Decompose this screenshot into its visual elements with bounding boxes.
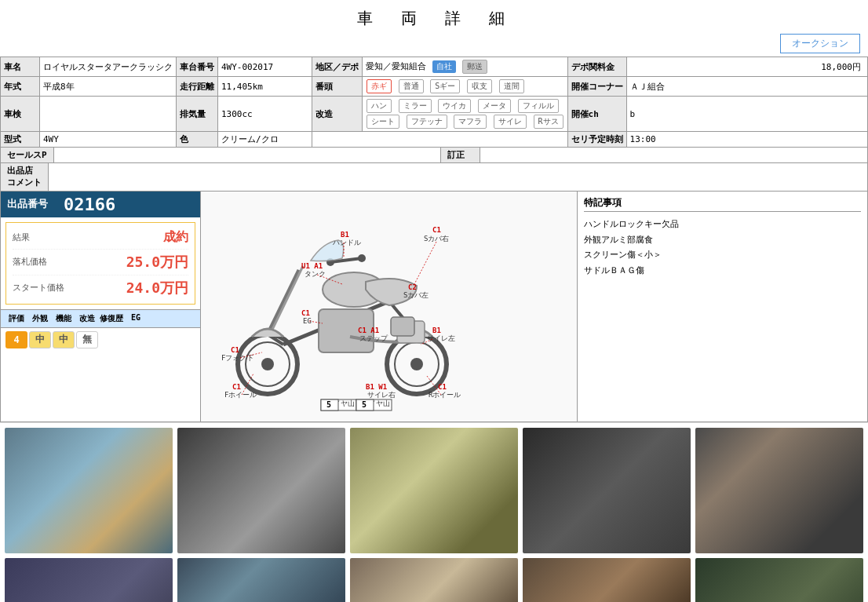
label-saire-left-code: B1 — [432, 327, 441, 334]
start-price-label: スタート価格 — [13, 282, 64, 294]
start-price-value: 24.0万円 — [126, 279, 188, 297]
displacement-value: 1300cc — [218, 97, 312, 132]
rating-header-exterior: 外観 — [29, 313, 51, 324]
chassis-label: 車台番号 — [177, 57, 218, 77]
region-label: 地区／デポ — [312, 57, 363, 77]
row-4: 型式 4WY 色 クリーム/クロ セリ予定時刻 13:00 — [1, 132, 868, 148]
photo-10[interactable] — [695, 558, 863, 602]
note-item-2: 外観アルミ部腐食 — [584, 232, 861, 248]
badge-s: Sギー — [430, 79, 460, 93]
row-1: 車名 ロイヤルスタータアークラッシク 車台番号 4WY-002017 地区／デポ… — [1, 57, 868, 77]
mod-uika: ウイカ — [438, 99, 471, 113]
note-item-1: ハンドルロックキー欠品 — [584, 217, 861, 232]
mod-muffler: マフラ — [454, 115, 487, 129]
photo-2[interactable] — [177, 428, 345, 554]
mileage-label: 走行距離 — [177, 77, 218, 97]
correction-value — [480, 148, 867, 162]
auction-time-value: 13:00 — [626, 132, 867, 148]
rating-function: 中 — [53, 331, 75, 348]
mileage-value: 11,405km — [218, 77, 312, 97]
photo-7[interactable] — [177, 558, 345, 602]
svg-line-15 — [268, 270, 299, 334]
left-panel: 出品番号 02166 結果 成約 落札価格 25.0万円 スタート価格 24.0… — [1, 192, 201, 421]
info-table: 車名 ロイヤルスタータアークラッシク 車台番号 4WY-002017 地区／デポ… — [0, 57, 868, 148]
fee-label: デポ関料金 — [567, 57, 626, 77]
channel-label: 開催ch — [567, 97, 626, 132]
svg-rect-18 — [391, 317, 414, 336]
mod-antenna: フテッナ — [407, 115, 447, 129]
inspection-value — [40, 97, 177, 132]
photo-3[interactable] — [350, 428, 518, 554]
note-item-3: スクリーン傷＜小＞ — [584, 247, 861, 263]
displacement-label: 排気量 — [177, 97, 218, 132]
name-value: ロイヤルスタータアークラッシク — [40, 57, 177, 77]
rating-header-function: 機能 — [53, 313, 75, 324]
modification-badges: ハン ミラー ウイカ メータ フィルル シート フテッナ マフラ サイレ Rサス — [363, 97, 568, 132]
label-ffork-name: Fフォク下 — [221, 354, 253, 362]
rating-header-modification: 改造 — [76, 313, 98, 324]
label-tank-code: U1 A1 — [301, 262, 323, 270]
model-value: 4WY — [40, 132, 177, 148]
mod-filter: フィルル — [518, 99, 559, 113]
modification-label: 改造 — [312, 97, 363, 132]
main-content: 出品番号 02166 結果 成約 落札価格 25.0万円 スタート価格 24.0… — [0, 192, 868, 422]
lot-number-label: 出品番号 — [7, 197, 48, 211]
year-value: 平成8年 — [40, 77, 177, 97]
chassis-value: 4WY-002017 — [218, 57, 312, 77]
rating-header-eg: EG — [125, 313, 147, 324]
result-row: 結果 成約 — [13, 226, 188, 250]
region-value: 愛知／愛知組合 自社 郵送 — [363, 57, 568, 77]
lot-number-value: 02166 — [64, 195, 115, 214]
photo-8[interactable] — [350, 558, 518, 602]
year-label: 年式 — [1, 77, 40, 97]
row-2: 年式 平成8年 走行距離 11,405km 番頭 赤ギ 普通 Sギー 収支 道間… — [1, 77, 868, 97]
diagram-panel: B1 ハンドル C1 Sカバ右 U1 A1 タンク C2 Sカバ左 C1 EG — [201, 192, 577, 421]
rating-modification: 無 — [76, 331, 98, 348]
photo-6[interactable] — [5, 558, 173, 602]
ftire-value: 5 — [326, 400, 331, 409]
photo-1[interactable] — [5, 428, 173, 554]
label-saire-right-name: サイレ右 — [367, 391, 396, 399]
page-container: 車 両 詳 細 オークション 車名 ロイヤルスタータアークラッシク 車台番号 4… — [0, 0, 868, 602]
label-handlebar-name: ハンドル — [332, 239, 361, 246]
mod-rsus: Rサス — [534, 115, 563, 129]
notes-panel: 特記事項 ハンドルロックキー欠品 外観アルミ部腐食 スクリーン傷＜小＞ サドルＢ… — [577, 192, 867, 421]
photos-grid — [0, 422, 868, 602]
auction-time-label: セリ予定時刻 — [567, 132, 626, 148]
correction-label: 訂正 — [441, 148, 480, 162]
svg-point-5 — [261, 358, 274, 370]
sales-value — [54, 148, 442, 162]
photo-9[interactable] — [523, 558, 691, 602]
label-tank-name: タンク — [305, 270, 326, 278]
auction-button[interactable]: オークション — [780, 34, 860, 53]
plate-label: 番頭 — [312, 77, 363, 97]
rating-header-repair: 修復歴 — [100, 313, 123, 324]
label-s-cover-left-name: Sカバ左 — [403, 291, 429, 299]
page-title: 車 両 詳 細 — [0, 0, 868, 34]
label-rwheel-name: Rホイール — [429, 391, 461, 399]
svg-point-2 — [410, 358, 423, 370]
photo-4[interactable] — [523, 428, 691, 554]
result-value: 成約 — [163, 229, 188, 246]
svg-line-16 — [270, 266, 303, 334]
fee-value: 18,000円 — [626, 57, 867, 77]
sales-row: セールスP 訂正 — [0, 148, 868, 163]
badge-road: 道間 — [499, 79, 524, 93]
delivery-badge: 郵送 — [462, 60, 487, 74]
ratings-values: 4 中 中 無 — [1, 328, 200, 352]
label-handlebar-code: B1 — [341, 231, 349, 239]
motorcycle-diagram: B1 ハンドル C1 Sカバ右 U1 A1 タンク C2 Sカバ左 C1 EG — [209, 199, 483, 411]
label-saire-right-code: B1 W1 — [366, 383, 387, 391]
label-step-code: C1 A1 — [358, 327, 379, 334]
mod-han: ハン — [367, 99, 392, 113]
svg-line-20 — [414, 242, 436, 284]
auction-btn-row: オークション — [0, 34, 868, 57]
rating-header-eval: 評価 — [5, 313, 27, 324]
color-label: 色 — [177, 132, 218, 148]
photo-5[interactable] — [695, 428, 863, 554]
svg-point-14 — [358, 254, 366, 262]
sales-label: セールスP — [1, 148, 54, 162]
label-s-cover-right-name: Sカバ右 — [424, 235, 449, 243]
row-3: 車検 排気量 1300cc 改造 ハン ミラー ウイカ メータ フィルル シート… — [1, 97, 868, 132]
comment-label: 出品店 コメント — [1, 163, 49, 191]
